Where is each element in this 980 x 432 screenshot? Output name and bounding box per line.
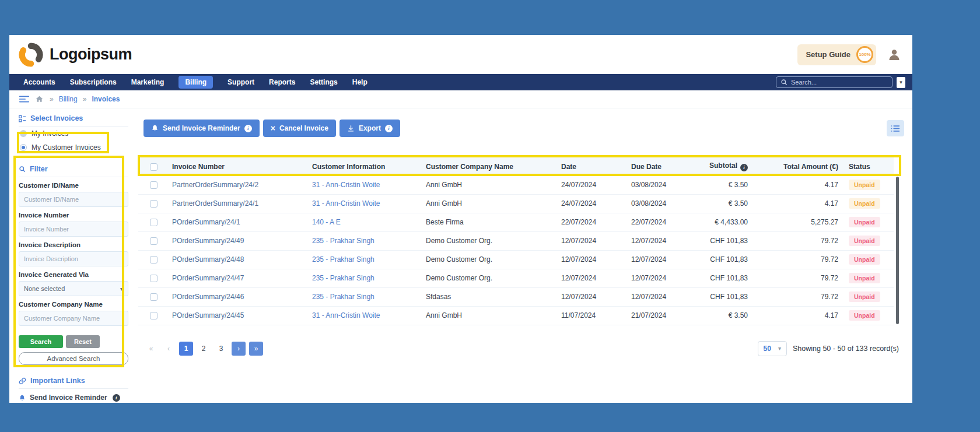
row-checkbox[interactable] [150,200,158,208]
customer-information-cell[interactable]: 140 - A E [307,213,421,231]
invoice-number-cell[interactable]: POrderSummary/24/49 [167,231,307,250]
cancel-invoice-button[interactable]: × Cancel Invoice [263,120,336,137]
export-button[interactable]: Export i [340,120,400,137]
customer-company-cell: Anni GmbH [421,175,556,194]
invoice-description-input[interactable] [19,251,128,266]
filter-panel: Filter Customer ID/NameInvoice NumberInv… [19,163,128,365]
pagination-last-button[interactable]: » [249,342,263,356]
status-cell: Unpaid [843,306,894,325]
invoice-number-cell[interactable]: POrderSummary/24/45 [167,306,307,325]
invoice-number-input[interactable] [19,222,128,237]
pagination-page-2[interactable]: 2 [197,342,211,356]
pagination-prev-button[interactable]: ‹ [162,342,176,356]
invoice-row: POrderSummary/24/46235 - Prakhar SinghSf… [138,287,894,306]
row-checkbox[interactable] [150,181,158,189]
date-cell: 12/07/2024 [556,269,626,287]
table-scrollbar[interactable] [896,177,899,324]
setup-guide-label: Setup Guide [806,50,850,59]
menu-toggle-icon[interactable] [19,95,29,103]
pagination-page-3[interactable]: 3 [214,342,228,356]
nav-dropdown[interactable]: ▾ [897,77,905,88]
field-label-invoice-number: Invoice Number [19,212,128,219]
invoice-number-cell[interactable]: POrderSummary/24/47 [167,269,307,287]
breadcrumb-item-invoices[interactable]: Invoices [92,95,120,103]
invoice-number-cell[interactable]: POrderSummary/24/48 [167,250,307,269]
nav-item-settings[interactable]: Settings [310,78,337,86]
nav-item-support[interactable]: Support [228,78,254,86]
important-links-label: Important Links [30,377,85,385]
list-view-button[interactable] [887,120,904,136]
row-checkbox[interactable] [150,237,158,245]
search-button[interactable]: Search [19,335,63,348]
subtotal-cell: € 3.50 [702,306,752,325]
important-link-label: Send Invoice Reminder [30,394,107,402]
pagination-row: «‹123›» 50 ▾ Showing 50 - 50 of 133 reco… [138,341,899,356]
search-input[interactable] [791,79,888,86]
nav-item-marketing[interactable]: Marketing [131,78,164,86]
page-size-select[interactable]: 50 ▾ [758,341,787,356]
important-link-send-invoice-reminder[interactable]: Send Invoice Reminder i [19,394,128,402]
nav-search[interactable] [776,76,892,88]
customer-information-cell[interactable]: 235 - Prakhar Singh [307,287,421,306]
customer-information-cell[interactable]: 235 - Prakhar Singh [307,250,421,269]
row-checkbox-cell [138,213,167,231]
customer-information-cell[interactable]: 31 - Ann-Cristin Woite [307,175,421,194]
total-amount-cell: 79.72 [752,231,843,250]
advanced-search-button[interactable]: Advanced Search [19,352,128,365]
logo[interactable]: Logoipsum [19,43,132,67]
invoice-row: POrderSummary/24/49235 - Prakhar SinghDe… [138,231,894,250]
invoice-generated-via-select[interactable]: None selected▾ [19,281,128,296]
pagination-page-1[interactable]: 1 [179,342,193,356]
toolbar: Send Invoice Reminder i × Cancel Invoice… [144,120,904,137]
pagination-next-button[interactable]: › [232,342,246,356]
breadcrumb-item-billing[interactable]: Billing [59,95,78,103]
due-date-cell: 12/07/2024 [626,287,702,306]
user-profile-button[interactable] [886,46,903,64]
total-amount-cell: 79.72 [752,269,843,287]
select-all-checkbox[interactable] [150,163,158,171]
total-amount-cell: 4.17 [752,194,843,213]
status-cell: Unpaid [843,269,894,287]
field-label-customer-id-name: Customer ID/Name [19,182,128,189]
customer-company-cell: Anni GmbH [421,306,556,325]
invoice-number-cell[interactable]: PartnerOrderSummary/24/1 [167,194,307,213]
nav-item-billing[interactable]: Billing [178,76,213,89]
column-header-due-date: Due Date [626,157,702,175]
home-icon[interactable] [35,95,44,103]
due-date-cell: 12/07/2024 [626,250,702,269]
row-checkbox[interactable] [150,256,158,264]
column-header-customer-company-name: Customer Company Name [421,157,556,175]
customer-information-cell[interactable]: 31 - Ann-Cristin Woite [307,194,421,213]
invoice-option-my-invoices[interactable]: My Invoices [19,127,128,141]
customer-information-cell[interactable]: 235 - Prakhar Singh [307,231,421,250]
nav-item-accounts[interactable]: Accounts [23,78,55,86]
pagination-first-button[interactable]: « [144,342,158,356]
send-invoice-reminder-button[interactable]: Send Invoice Reminder i [144,120,260,137]
invoice-option-my-customer-invoices[interactable]: My Customer Invoices [19,141,128,154]
customer-information-cell[interactable]: 31 - Ann-Cristin Woite [307,306,421,325]
row-checkbox[interactable] [150,312,158,319]
main-content: Send Invoice Reminder i × Cancel Invoice… [138,108,912,403]
row-checkbox-cell [138,194,167,213]
link-icon [19,377,26,385]
row-checkbox[interactable] [150,275,158,282]
customer-id-name-input[interactable] [19,192,128,207]
info-icon: i [385,125,393,132]
row-checkbox[interactable] [150,219,158,226]
invoice-number-cell[interactable]: PartnerOrderSummary/24/2 [167,175,307,194]
setup-guide-button[interactable]: Setup Guide 100% [797,44,876,65]
customer-company-name-input[interactable] [19,311,128,326]
due-date-cell: 03/08/2024 [626,194,702,213]
nav-item-reports[interactable]: Reports [269,78,295,86]
row-checkbox[interactable] [150,293,158,301]
nav-item-help[interactable]: Help [352,78,368,86]
invoice-row: POrderSummary/24/48235 - Prakhar SinghDe… [138,250,894,269]
nav-item-subscriptions[interactable]: Subscriptions [70,78,117,86]
invoice-number-cell[interactable]: POrderSummary/24/1 [167,213,307,231]
invoice-options: My InvoicesMy Customer Invoices [19,127,128,154]
reset-button[interactable]: Reset [66,335,100,348]
invoice-number-cell[interactable]: POrderSummary/24/46 [167,287,307,306]
total-amount-cell: 79.72 [752,250,843,269]
select-invoices-title: Select Invoices [19,112,128,127]
customer-information-cell[interactable]: 235 - Prakhar Singh [307,269,421,287]
